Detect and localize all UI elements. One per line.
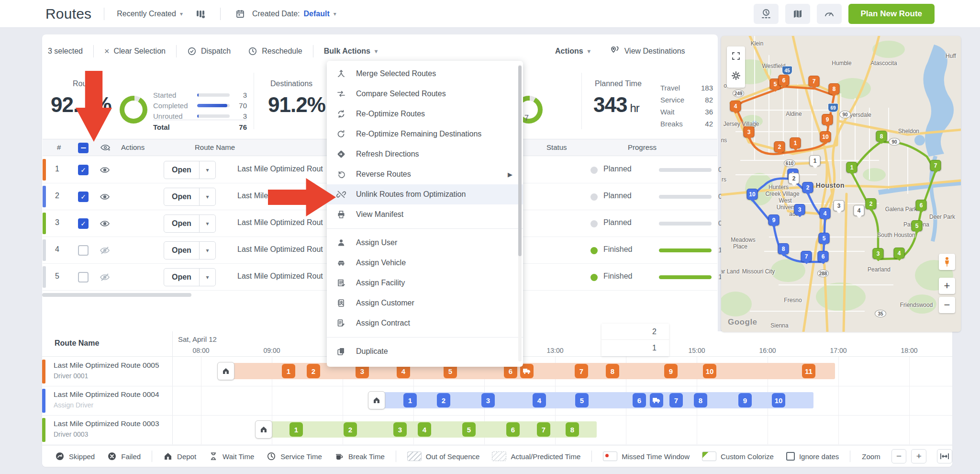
- gantt-stop-marker[interactable]: 1: [290, 422, 303, 437]
- menu-item-assign-vehicle[interactable]: Assign Vehicle: [327, 253, 523, 273]
- bulk-actions-dropdown[interactable]: Bulk Actions▾: [324, 47, 378, 56]
- menu-item-re-optimize-routes[interactable]: Re-Optimize Routes: [327, 104, 523, 124]
- gantt-stop-marker[interactable]: 4: [418, 422, 431, 437]
- map-stop-marker[interactable]: 5: [912, 220, 923, 231]
- chevron-down-icon[interactable]: ▾: [199, 242, 215, 259]
- map-stop-marker[interactable]: 4: [730, 101, 741, 112]
- row-checkbox[interactable]: ✓: [78, 192, 89, 202]
- select-all-checkbox[interactable]: [78, 143, 89, 153]
- clear-selection-button[interactable]: ×Clear Selection: [104, 46, 166, 56]
- menu-item-re-optimize-remaining-destinations[interactable]: Re-Optimize Remaining Destinations: [327, 124, 523, 144]
- gantt-stop-marker[interactable]: 5: [462, 422, 476, 437]
- gantt-stop-marker[interactable]: 8: [694, 393, 707, 407]
- map-stop-marker[interactable]: 2: [774, 141, 785, 152]
- gantt-stop-marker[interactable]: 7: [537, 422, 550, 437]
- map-stop-marker[interactable]: 2: [802, 182, 813, 193]
- open-route-button[interactable]: Open▾: [164, 241, 216, 260]
- row-checkbox[interactable]: [78, 245, 89, 256]
- gantt-stop-marker[interactable]: 3: [481, 393, 495, 407]
- gantt-stop-marker[interactable]: 4: [533, 393, 546, 407]
- map-view-button[interactable]: [785, 4, 810, 24]
- columns-settings-icon[interactable]: [193, 7, 208, 21]
- reschedule-button[interactable]: Reschedule: [248, 44, 302, 58]
- gantt-stop-marker[interactable]: 2: [307, 364, 320, 378]
- map-stop-marker[interactable]: 6: [916, 200, 927, 211]
- plan-new-route-button[interactable]: Plan New Route: [848, 4, 935, 24]
- map-stop-marker[interactable]: 3: [834, 200, 845, 211]
- gantt-stop-marker[interactable]: 2: [437, 393, 450, 407]
- map-stop-marker[interactable]: 4: [854, 205, 865, 216]
- menu-scrollbar-thumb[interactable]: [518, 66, 522, 256]
- chevron-down-icon[interactable]: ▾: [199, 269, 215, 286]
- map-stop-marker[interactable]: 1: [810, 155, 821, 166]
- map-stop-marker[interactable]: 8: [876, 131, 887, 142]
- chevron-down-icon[interactable]: ▾: [199, 215, 215, 232]
- map-stop-marker[interactable]: 10: [747, 189, 758, 200]
- gantt-stop-marker[interactable]: 7: [575, 364, 588, 378]
- zoom-in-button[interactable]: +: [911, 449, 926, 463]
- map-stop-marker[interactable]: 5: [819, 233, 830, 244]
- gantt-stop-marker[interactable]: 2: [344, 422, 357, 437]
- chevron-down-icon[interactable]: ▾: [199, 188, 215, 205]
- dispatch-button[interactable]: Dispatch: [187, 44, 231, 58]
- map-stop-marker[interactable]: 3: [794, 204, 805, 215]
- map-stop-marker[interactable]: 7: [801, 251, 812, 262]
- gantt-stop-marker[interactable]: 9: [664, 364, 678, 378]
- map-stop-marker[interactable]: 1: [846, 162, 858, 173]
- menu-item-compare-selected-routes[interactable]: Compare Selected Routes: [327, 84, 523, 104]
- zoom-out-button[interactable]: −: [891, 449, 907, 463]
- actions-dropdown[interactable]: Actions▾: [555, 47, 590, 56]
- dashboard-gauge-button[interactable]: [817, 4, 842, 24]
- menu-item-unlink-routes-from-optimization[interactable]: Unlink Routes from Optimization: [327, 184, 523, 204]
- menu-item-reverse-routes[interactable]: Reverse Routes▶: [327, 164, 523, 184]
- map-zoom-in-button[interactable]: +: [939, 278, 955, 294]
- map-stop-marker[interactable]: 4: [820, 208, 831, 219]
- map-stop-marker[interactable]: 6: [818, 251, 829, 262]
- open-route-button[interactable]: Open▾: [164, 161, 216, 179]
- row-checkbox[interactable]: ✓: [78, 218, 89, 229]
- eye-off-icon[interactable]: [99, 245, 111, 258]
- legend-item[interactable]: Ignore dates: [786, 452, 839, 461]
- map-stop-marker[interactable]: 9: [768, 214, 780, 226]
- map-stop-marker[interactable]: 1: [790, 137, 801, 148]
- gantt-stop-marker[interactable]: 11: [802, 364, 815, 378]
- map-stop-marker[interactable]: 2: [789, 173, 800, 184]
- map-stop-marker[interactable]: 3: [744, 126, 755, 137]
- map-stop-marker[interactable]: 3: [873, 248, 884, 259]
- menu-item-assign-customer[interactable]: Assign Customer: [327, 293, 523, 313]
- fullscreen-icon[interactable]: [732, 52, 740, 62]
- menu-item-assign-contract[interactable]: Assign Contract: [327, 313, 523, 333]
- map-stop-marker[interactable]: 7: [809, 76, 820, 87]
- gantt-stop-marker[interactable]: 6: [506, 422, 520, 437]
- gantt-stop-marker[interactable]: 10: [772, 393, 785, 407]
- map-stop-marker[interactable]: 7: [930, 160, 941, 171]
- depot-house-icon[interactable]: [217, 362, 234, 380]
- gantt-stop-marker[interactable]: 5: [575, 393, 589, 407]
- eye-icon[interactable]: [99, 192, 111, 204]
- ignore-dates-checkbox[interactable]: [786, 452, 795, 461]
- gear-icon[interactable]: [731, 71, 741, 82]
- gantt-stop-marker[interactable]: 7: [669, 393, 683, 407]
- sort-filter-dropdown[interactable]: Recently Created ▾: [117, 10, 183, 18]
- gantt-stop-marker[interactable]: 1: [403, 393, 417, 407]
- gantt-stop-marker[interactable]: 8: [566, 422, 579, 437]
- eye-off-icon[interactable]: [99, 272, 111, 284]
- open-route-button[interactable]: Open▾: [164, 188, 216, 206]
- gantt-stop-marker[interactable]: 6: [633, 393, 646, 407]
- created-date-dropdown[interactable]: Created Date: Default ▾: [252, 10, 336, 18]
- depot-house-icon[interactable]: [368, 391, 385, 409]
- truck-icon[interactable]: [650, 393, 663, 407]
- map-stop-marker[interactable]: 2: [866, 198, 877, 209]
- open-route-button[interactable]: Open▾: [164, 268, 216, 286]
- location-history-button[interactable]: [754, 4, 779, 24]
- map-stop-marker[interactable]: 4: [894, 248, 905, 259]
- horizontal-scrollbar[interactable]: [42, 293, 191, 297]
- pegman-icon[interactable]: [939, 254, 955, 270]
- map-zoom-out-button[interactable]: −: [939, 297, 955, 313]
- gantt-stop-marker[interactable]: 8: [606, 364, 619, 378]
- menu-item-merge-selected-routes[interactable]: Merge Selected Routes: [327, 64, 523, 84]
- row-checkbox[interactable]: ✓: [78, 165, 89, 175]
- menu-item-duplicate[interactable]: Duplicate: [327, 341, 523, 361]
- map-stop-marker[interactable]: 8: [778, 243, 789, 254]
- depot-house-icon[interactable]: [255, 420, 272, 439]
